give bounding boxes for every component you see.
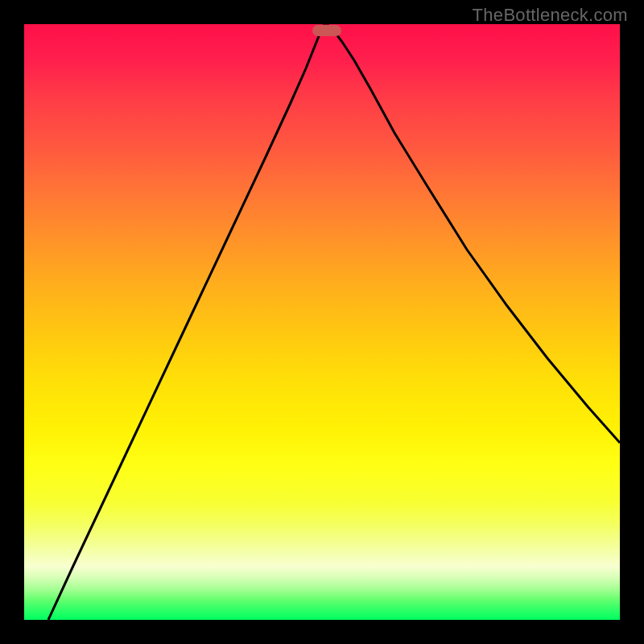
curve-plot [24, 24, 620, 620]
bottleneck-marker [312, 25, 341, 36]
watermark-text: TheBottleneck.com [473, 5, 628, 26]
chart-container [24, 24, 620, 620]
bottleneck-curve-line [48, 26, 620, 620]
